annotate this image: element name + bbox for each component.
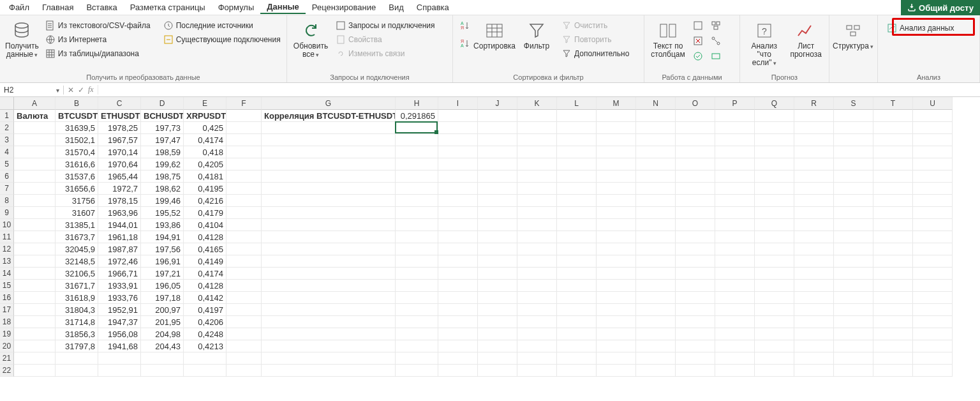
cell-I4[interactable]: [438, 146, 478, 158]
cell-G22[interactable]: [262, 365, 396, 377]
cell-H13[interactable]: [396, 255, 438, 268]
cell-C5[interactable]: 1970,64: [98, 158, 141, 170]
cell-B15[interactable]: 31671,7: [56, 280, 98, 292]
cell-B1[interactable]: BTCUSDT: [56, 110, 98, 122]
cell-F7[interactable]: [226, 183, 262, 195]
cell-F16[interactable]: [226, 292, 262, 304]
cell-C11[interactable]: 1961,18: [98, 231, 141, 243]
cell-U19[interactable]: [913, 328, 953, 340]
cell-G11[interactable]: [262, 231, 396, 243]
cell-C7[interactable]: 1972,7: [98, 183, 141, 195]
cell-Q12[interactable]: [755, 243, 794, 255]
cell-D4[interactable]: 198,59: [141, 146, 184, 158]
cell-T13[interactable]: [873, 255, 913, 268]
cell-A13[interactable]: [14, 255, 56, 268]
cell-M15[interactable]: [597, 280, 636, 292]
row-header-8[interactable]: 8: [0, 195, 14, 207]
cell-F14[interactable]: [226, 268, 262, 280]
cell-M8[interactable]: [597, 195, 636, 207]
cell-U7[interactable]: [913, 183, 953, 195]
cell-H4[interactable]: [396, 146, 438, 158]
cell-P17[interactable]: [715, 304, 755, 316]
cell-U1[interactable]: [913, 110, 953, 122]
cell-N18[interactable]: [636, 316, 676, 328]
cell-P19[interactable]: [715, 328, 755, 340]
cell-S8[interactable]: [834, 195, 873, 207]
cell-U12[interactable]: [913, 243, 953, 255]
cell-G13[interactable]: [262, 255, 396, 268]
cell-T8[interactable]: [873, 195, 913, 207]
row-header-19[interactable]: 19: [0, 328, 14, 340]
cell-J18[interactable]: [478, 316, 517, 328]
cell-H11[interactable]: [396, 231, 438, 243]
data-analysis-button[interactable]: Анализ данных: [882, 19, 959, 37]
edit-links-button[interactable]: Изменить связи: [333, 47, 438, 60]
cell-C13[interactable]: 1972,46: [98, 255, 141, 268]
cell-A7[interactable]: [14, 183, 56, 195]
cell-K14[interactable]: [517, 268, 557, 280]
cell-I8[interactable]: [438, 195, 478, 207]
cell-A12[interactable]: [14, 243, 56, 255]
cell-B14[interactable]: 32106,5: [56, 268, 98, 280]
col-header-N[interactable]: N: [636, 97, 676, 110]
cell-D6[interactable]: 198,75: [141, 170, 184, 183]
cell-H2[interactable]: [396, 122, 438, 134]
cell-I17[interactable]: [438, 304, 478, 316]
cell-L14[interactable]: [557, 268, 597, 280]
cell-Q16[interactable]: [755, 292, 794, 304]
cell-D17[interactable]: 200,97: [141, 304, 184, 316]
cell-B10[interactable]: 31385,1: [56, 219, 98, 231]
col-header-G[interactable]: G: [262, 97, 396, 110]
cell-D20[interactable]: 204,43: [141, 340, 184, 352]
cell-K17[interactable]: [517, 304, 557, 316]
cell-D7[interactable]: 198,62: [141, 183, 184, 195]
cell-F19[interactable]: [226, 328, 262, 340]
cell-O4[interactable]: [676, 146, 715, 158]
cell-M9[interactable]: [597, 207, 636, 219]
cell-L9[interactable]: [557, 207, 597, 219]
cell-K21[interactable]: [517, 352, 557, 365]
col-header-R[interactable]: R: [794, 97, 834, 110]
cancel-icon[interactable]: ✕: [68, 86, 74, 95]
col-header-L[interactable]: L: [557, 97, 597, 110]
cell-B8[interactable]: 31756: [56, 195, 98, 207]
cell-Q5[interactable]: [755, 158, 794, 170]
cell-H22[interactable]: [396, 365, 438, 377]
menu-item-вставка[interactable]: Вставка: [80, 1, 123, 13]
cell-E5[interactable]: 0,4205: [184, 158, 226, 170]
cell-R16[interactable]: [794, 292, 834, 304]
cell-Q14[interactable]: [755, 268, 794, 280]
cell-D9[interactable]: 195,52: [141, 207, 184, 219]
cell-T14[interactable]: [873, 268, 913, 280]
row-header-21[interactable]: 21: [0, 352, 14, 365]
from-web-button[interactable]: Из Интернета: [43, 33, 153, 46]
cell-Q2[interactable]: [755, 122, 794, 134]
cell-L18[interactable]: [557, 316, 597, 328]
cell-P16[interactable]: [715, 292, 755, 304]
cell-N16[interactable]: [636, 292, 676, 304]
menu-item-формулы[interactable]: Формулы: [212, 1, 261, 13]
cell-Q13[interactable]: [755, 255, 794, 268]
cell-L1[interactable]: [557, 110, 597, 122]
cell-E18[interactable]: 0,4206: [184, 316, 226, 328]
cell-N5[interactable]: [636, 158, 676, 170]
structure-button[interactable]: Структура: [833, 19, 873, 52]
cell-E10[interactable]: 0,4104: [184, 219, 226, 231]
cell-G9[interactable]: [262, 207, 396, 219]
cell-J9[interactable]: [478, 207, 517, 219]
cell-O10[interactable]: [676, 219, 715, 231]
cell-M7[interactable]: [597, 183, 636, 195]
cell-L7[interactable]: [557, 183, 597, 195]
cell-M1[interactable]: [597, 110, 636, 122]
cell-O15[interactable]: [676, 280, 715, 292]
data-validation-button[interactable]: [690, 50, 706, 63]
cell-S14[interactable]: [834, 268, 873, 280]
properties-button[interactable]: Свойства: [333, 33, 438, 46]
cell-O21[interactable]: [676, 352, 715, 365]
col-header-E[interactable]: E: [184, 97, 226, 110]
cell-J19[interactable]: [478, 328, 517, 340]
cell-G19[interactable]: [262, 328, 396, 340]
cell-K18[interactable]: [517, 316, 557, 328]
cell-Q8[interactable]: [755, 195, 794, 207]
cell-D2[interactable]: 197,73: [141, 122, 184, 134]
